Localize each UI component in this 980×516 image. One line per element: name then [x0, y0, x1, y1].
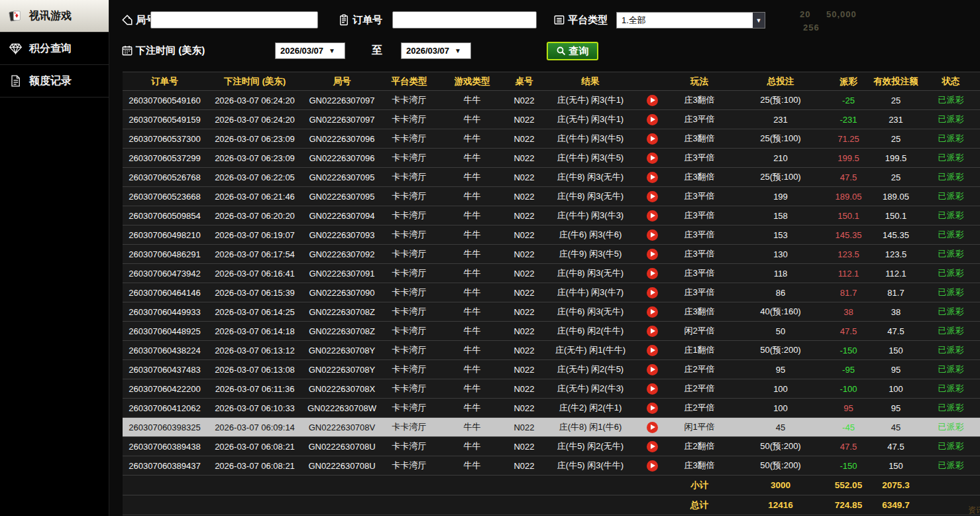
table-row[interactable]: 2603070604499332026-03-07 06:14:25GN0222…: [123, 302, 980, 322]
play-button[interactable]: [647, 172, 658, 183]
table-header-col-bet-type: 玩法: [665, 76, 734, 88]
chevron-down-icon: ▼: [753, 13, 765, 28]
sidebar-item-video-games[interactable]: 9 视讯游戏: [0, 0, 109, 32]
cell-valid-bet: 45: [870, 422, 922, 432]
table-row[interactable]: 2603070603894372026-03-07 06:08:21GN0222…: [123, 456, 980, 476]
cell-table-number: N022: [507, 288, 541, 298]
cell-game-type: 牛牛: [437, 267, 507, 279]
table-row[interactable]: 2603070604862912026-03-07 06:17:54GN0222…: [123, 245, 980, 264]
cell-bet-type: 庄1翻倍: [665, 344, 734, 356]
cell-round-number: GN02226307091: [303, 269, 381, 279]
table-row[interactable]: 2603070604641462026-03-07 06:15:39GN0222…: [123, 283, 980, 302]
play-icon: [651, 194, 655, 199]
cell-table-number: N022: [507, 172, 541, 182]
play-button[interactable]: [647, 210, 658, 222]
table-row[interactable]: 2603070605372992026-03-07 06:23:09GN0222…: [123, 149, 980, 168]
subtotal-payout: 552.05: [827, 480, 870, 490]
cell-bet-type: 庄3翻倍: [665, 306, 734, 318]
play-button[interactable]: [647, 133, 658, 145]
cell-platform-type: 卡卡湾厅: [381, 460, 437, 472]
play-button[interactable]: [647, 287, 658, 298]
play-button[interactable]: [647, 441, 658, 452]
clipboard-icon: [338, 14, 350, 26]
cell-valid-bet: 47.5: [870, 326, 922, 336]
cell-table-number: N022: [507, 461, 541, 471]
cell-table-number: N022: [507, 249, 541, 259]
play-button[interactable]: [647, 153, 658, 164]
table-row[interactable]: 2603070604982102026-03-07 06:19:07GN0222…: [123, 226, 980, 245]
play-icon: [651, 232, 655, 237]
play-button[interactable]: [647, 383, 658, 395]
document-icon: [8, 74, 23, 88]
play-button[interactable]: [647, 95, 658, 106]
sidebar-item-points-query[interactable]: 积分查询: [0, 32, 109, 65]
order-number-input[interactable]: [392, 11, 537, 29]
cell-status: 已派彩: [922, 440, 980, 452]
play-icon: [651, 174, 655, 180]
cell-status: 已派彩: [922, 248, 980, 260]
cell-payout: -231: [827, 115, 870, 125]
table-row[interactable]: 2603070603983252026-03-07 06:09:14GN0222…: [123, 418, 980, 437]
cell-payout: 47.5: [827, 326, 870, 336]
round-number-input[interactable]: [150, 11, 318, 29]
play-button[interactable]: [647, 268, 658, 279]
date-to-select[interactable]: 2026/03/07 ▼: [401, 42, 471, 59]
table-row[interactable]: 2603070605491592026-03-07 06:24:20GN0222…: [123, 110, 980, 129]
play-button[interactable]: [647, 114, 658, 125]
grand-total-valid-bet: 6349.7: [870, 500, 922, 510]
table-row[interactable]: 2603070605373002026-03-07 06:23:09GN0222…: [123, 129, 980, 149]
platform-type-select[interactable]: 1.全部 ▼: [616, 12, 765, 29]
cell-bet-time: 2026-03-07 06:10:33: [207, 403, 303, 413]
play-cell: [639, 153, 665, 164]
play-cell: [639, 133, 665, 145]
play-button[interactable]: [647, 460, 658, 472]
table-row[interactable]: 2603070604739422026-03-07 06:16:41GN0222…: [123, 264, 980, 283]
cell-payout: -45: [827, 422, 870, 432]
cell-valid-bet: 112.1: [870, 269, 922, 279]
cell-game-type: 牛牛: [437, 210, 507, 222]
play-button[interactable]: [647, 364, 658, 375]
table-header-col-total-bet: 总投注: [734, 76, 827, 88]
cell-result: 庄(牛牛) 闲3(牛3): [541, 210, 639, 222]
cell-bet-type: 庄3翻倍: [665, 133, 734, 145]
sidebar-item-credit-records[interactable]: 额度记录: [0, 65, 109, 97]
table-row[interactable]: 2603070604120622026-03-07 06:10:33GN0222…: [123, 399, 980, 418]
play-button[interactable]: [647, 306, 658, 318]
cell-total-bet: 25(预:100): [734, 94, 827, 106]
table-row[interactable]: 2603070604489252026-03-07 06:14:18GN0222…: [123, 322, 980, 341]
cell-payout: 199.5: [827, 153, 870, 163]
play-button[interactable]: [647, 229, 658, 241]
play-button[interactable]: [647, 326, 658, 337]
play-button[interactable]: [647, 422, 658, 433]
table-row[interactable]: 2603070605098542026-03-07 06:20:20GN0222…: [123, 206, 980, 226]
table-header-row: 订单号下注时间 (美东)局号平台类型游戏类型桌号结果玩法总投注派彩有效投注额状态: [123, 72, 980, 91]
table-row[interactable]: 2603070603894382026-03-07 06:08:21GN0222…: [123, 437, 980, 456]
table-row[interactable]: 2603070605267682026-03-07 06:22:05GN0222…: [123, 168, 980, 187]
search-button[interactable]: 查询: [547, 42, 598, 60]
table-row[interactable]: 2603070605491602026-03-07 06:24:20GN0222…: [123, 91, 980, 110]
table-row[interactable]: 2603070605236682026-03-07 06:21:46GN0222…: [123, 187, 980, 206]
cell-payout: 47.5: [827, 172, 870, 182]
play-button[interactable]: [647, 345, 658, 356]
table-row[interactable]: 2603070604382242026-03-07 06:13:12GN0222…: [123, 341, 980, 360]
date-from-select[interactable]: 2026/03/07 ▼: [275, 42, 345, 59]
cell-order-number: 260307060389438: [123, 442, 207, 452]
play-button[interactable]: [647, 249, 658, 260]
sidebar-item-label: 额度记录: [29, 74, 72, 88]
table-row[interactable]: 2603070604374832026-03-07 06:13:08GN0222…: [123, 360, 980, 379]
play-cell: [639, 191, 665, 202]
play-button[interactable]: [647, 403, 658, 414]
platform-type-value: 1.全部: [622, 15, 646, 27]
cell-platform-type: 卡卡湾厅: [381, 440, 437, 452]
cell-total-bet: 153: [734, 230, 827, 240]
play-button[interactable]: [647, 191, 658, 202]
cell-platform-type: 卡卡湾厅: [381, 113, 437, 125]
cell-bet-type: 庄3平倍: [665, 190, 734, 202]
table-row[interactable]: 2603070604222002026-03-07 06:11:36GN0222…: [123, 379, 980, 399]
cell-bet-time: 2026-03-07 06:16:41: [207, 269, 303, 279]
cell-game-type: 牛牛: [437, 94, 507, 106]
cell-platform-type: 卡卡湾厅: [381, 402, 437, 414]
table-header-col-platform: 平台类型: [381, 76, 437, 88]
cell-game-type: 牛牛: [437, 171, 507, 183]
cell-status: 已派彩: [922, 133, 980, 145]
